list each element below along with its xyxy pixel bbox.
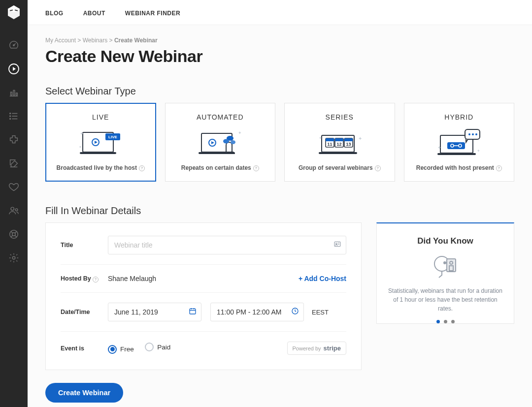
svg-rect-26 (80, 152, 116, 154)
svg-point-63 (475, 133, 477, 135)
sidebar-plugin[interactable] (0, 128, 28, 152)
add-cohost-button[interactable]: + Add Co-Host (299, 275, 346, 282)
details-form: Title Hosted By? (45, 222, 362, 370)
type-hybrid-title: HYBRID (444, 113, 473, 121)
svg-text:✦: ✦ (437, 145, 441, 150)
breadcrumb-current: Create Webinar (114, 37, 158, 44)
svg-point-79 (443, 261, 446, 264)
type-live-title: LIVE (92, 113, 109, 121)
type-automated[interactable]: AUTOMATED ✦ Repeats on certain dates? (165, 103, 276, 182)
svg-rect-9 (16, 93, 18, 95)
date-input[interactable] (108, 303, 201, 321)
help-icon[interactable]: ? (375, 165, 381, 171)
sidebar-compose[interactable] (0, 152, 28, 175)
type-hybrid-desc: Recorded with host present? (416, 164, 502, 171)
svg-point-67 (336, 243, 337, 245)
stripe-badge: Powered by stripe (287, 342, 347, 355)
timezone-label: EEST (312, 309, 329, 316)
sidebar-support[interactable] (0, 222, 28, 246)
sidebar-list[interactable] (0, 104, 28, 128)
type-automated-desc: Repeats on certain dates? (181, 164, 259, 171)
svg-text:11: 11 (328, 142, 332, 147)
clock-icon[interactable] (291, 307, 299, 317)
svg-line-23 (15, 235, 17, 237)
dot-3[interactable] (451, 320, 455, 323)
type-live-desc: Broadcasted live by the host? (57, 164, 145, 171)
help-icon[interactable]: ? (253, 165, 259, 171)
svg-rect-44 (326, 138, 334, 141)
svg-point-4 (13, 45, 15, 46)
svg-text:✦: ✦ (80, 131, 84, 136)
svg-point-17 (15, 209, 18, 211)
title-input[interactable] (108, 236, 346, 254)
svg-text:LIVE: LIVE (108, 135, 117, 139)
svg-rect-50 (344, 138, 353, 141)
svg-rect-47 (335, 138, 343, 141)
type-series-desc: Group of several webinars? (299, 164, 381, 171)
host-name: Shane Melaugh (108, 275, 156, 282)
type-automated-title: AUTOMATED (197, 113, 244, 121)
svg-point-12 (10, 116, 11, 117)
svg-rect-8 (13, 90, 15, 95)
sidebar-webinars[interactable] (0, 57, 28, 81)
svg-text:✦: ✦ (79, 145, 82, 149)
time-input[interactable] (210, 303, 304, 321)
label-datetime: Date/Time (61, 309, 108, 315)
dyk-icon (388, 253, 503, 281)
label-hostedby: Hosted By? (61, 275, 108, 282)
help-icon[interactable]: ? (496, 165, 502, 171)
page-title: Create New Webinar (45, 47, 514, 66)
section-details-heading: Fill In Webinar Details (45, 205, 514, 217)
sidebar-settings[interactable] (0, 246, 28, 270)
sidebar (0, 0, 28, 407)
dyk-title: Did You Know (388, 236, 503, 246)
sidebar-heart[interactable] (0, 175, 28, 199)
section-type-heading: Select Webinar Type (45, 86, 514, 97)
calendar-icon[interactable] (189, 307, 197, 317)
help-icon[interactable]: ? (139, 165, 145, 171)
nav-finder[interactable]: WEBINAR FINDER (125, 10, 180, 17)
sidebar-users[interactable] (0, 199, 28, 222)
automated-icon: ✦ (198, 127, 243, 158)
live-icon: LIVE✦✦ (78, 127, 123, 158)
svg-line-22 (11, 235, 13, 237)
svg-line-21 (15, 231, 17, 233)
label-event-is: Event is (61, 345, 108, 352)
sidebar-analytics[interactable] (0, 81, 28, 104)
radio-paid[interactable]: Paid (145, 343, 170, 351)
dot-2[interactable] (444, 320, 447, 323)
nav-about[interactable]: ABOUT (83, 10, 105, 17)
radio-free[interactable]: Free (108, 345, 134, 354)
svg-point-10 (10, 113, 11, 114)
svg-point-16 (11, 207, 14, 210)
app-logo[interactable] (6, 5, 21, 20)
svg-text:✦: ✦ (319, 136, 322, 140)
breadcrumb-root[interactable]: My Account (45, 37, 76, 44)
svg-rect-55 (437, 153, 476, 155)
svg-point-38 (223, 139, 229, 144)
svg-text:✦: ✦ (238, 130, 242, 135)
breadcrumb-webinars[interactable]: Webinars (83, 37, 107, 44)
dot-1[interactable] (436, 320, 440, 323)
svg-text:✦: ✦ (358, 136, 362, 141)
create-webinar-button[interactable]: Create Webinar (45, 383, 123, 403)
svg-rect-7 (11, 92, 12, 95)
type-series-title: SERIES (326, 113, 354, 121)
svg-rect-42 (319, 152, 357, 154)
help-icon[interactable]: ? (93, 277, 99, 282)
svg-text:13: 13 (346, 142, 351, 147)
type-hybrid[interactable]: HYBRID ✦✦ Recorded with host present? (404, 103, 515, 182)
dyk-pagination[interactable] (388, 320, 503, 323)
hybrid-icon: ✦✦ (434, 127, 484, 158)
dyk-body: Statistically, webinars that run for a d… (388, 286, 503, 313)
sidebar-dashboard[interactable] (0, 33, 28, 57)
svg-line-20 (11, 231, 13, 233)
label-title: Title (61, 242, 108, 249)
svg-rect-70 (190, 309, 196, 314)
nav-blog[interactable]: BLOG (45, 10, 64, 17)
did-you-know-card: Did You Know Statistically, webinars tha… (376, 222, 514, 324)
card-icon (333, 240, 341, 250)
type-series[interactable]: SERIES 111213✦✦ Group of several webinar… (284, 103, 395, 182)
svg-point-39 (231, 140, 235, 144)
type-live[interactable]: LIVE LIVE✦✦ Broadcasted live by the host… (45, 103, 156, 182)
